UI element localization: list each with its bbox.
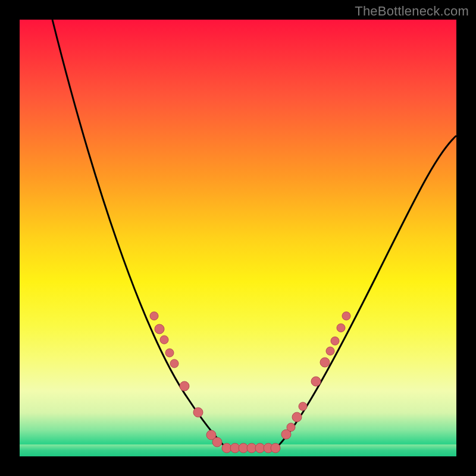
data-point (292, 412, 302, 422)
chart-svg (20, 20, 456, 456)
plot-area (20, 20, 456, 456)
data-point (271, 443, 280, 453)
data-point (160, 336, 168, 344)
data-point (320, 358, 330, 367)
data-point (180, 381, 189, 391)
bottleneck-curve (52, 20, 456, 448)
watermark-text: TheBottleneck.com (355, 4, 469, 19)
data-point (299, 402, 307, 411)
data-point (311, 377, 321, 386)
data-point (165, 349, 174, 357)
data-point (287, 423, 295, 431)
data-point (337, 324, 345, 332)
data-point (170, 359, 178, 368)
data-point (212, 437, 222, 447)
data-point (331, 337, 339, 345)
data-point (155, 324, 164, 334)
data-point (193, 408, 203, 417)
data-point (326, 347, 334, 355)
data-points-group (150, 312, 350, 453)
chart-frame: TheBottleneck.com (0, 0, 476, 476)
data-point (342, 312, 350, 320)
data-point (150, 312, 158, 320)
